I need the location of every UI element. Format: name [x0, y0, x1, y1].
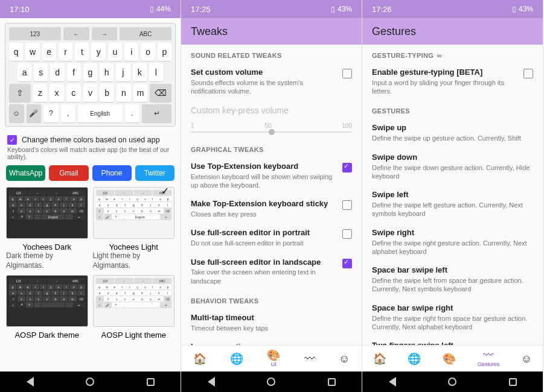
theme-aosp-dark[interactable]: 123←→ABC qwertyuiop asdfghjkl ⇧zxcvbnm⌫ …: [6, 275, 88, 340]
infinity-icon: ∞: [437, 52, 442, 59]
tab-gestures[interactable]: 〰Gestures: [478, 350, 500, 367]
key-comma[interactable]: ,: [61, 104, 76, 122]
nav-back-icon[interactable]: [387, 376, 398, 387]
setting-two-finger-swipe-left[interactable]: Two fingers swipe left Define the two-fi…: [362, 336, 543, 345]
key-x[interactable]: x: [50, 84, 64, 102]
nav-home-icon[interactable]: [266, 376, 277, 387]
key-h[interactable]: h: [100, 63, 114, 81]
key-y[interactable]: y: [91, 43, 105, 61]
key-shift[interactable]: ⇧: [9, 84, 31, 102]
battery-icon: ▯: [150, 5, 154, 13]
setting-top-extension-sticky[interactable]: Make Top-Extension keyboard sticky Close…: [181, 194, 362, 223]
nav-back-icon[interactable]: [206, 376, 217, 387]
key-t[interactable]: t: [75, 43, 89, 61]
key-abc[interactable]: ABC: [120, 27, 171, 40]
checkbox[interactable]: [523, 69, 533, 78]
key-i[interactable]: i: [124, 43, 138, 61]
key-k[interactable]: k: [133, 63, 147, 81]
key-l[interactable]: l: [149, 63, 163, 81]
content-area[interactable]: GESTURE-TYPING ∞ Enable gesture-typing […: [362, 45, 543, 345]
tab-home[interactable]: 🏠: [193, 353, 206, 364]
key-u[interactable]: u: [108, 43, 122, 61]
chip-phone[interactable]: Phone: [92, 165, 132, 181]
tab-ui[interactable]: 🎨UI: [267, 350, 280, 367]
checkbox[interactable]: [342, 69, 352, 78]
key-o[interactable]: o: [141, 43, 155, 61]
key-qmark[interactable]: ?: [43, 104, 59, 122]
checkbox[interactable]: [342, 163, 352, 172]
key-arrow-left[interactable]: ←: [63, 27, 89, 40]
setting-spacebar-swipe-left[interactable]: Space bar swipe left Define the swipe le…: [362, 261, 543, 298]
key-backspace[interactable]: ⌫: [150, 84, 171, 102]
key-j[interactable]: j: [116, 63, 130, 81]
nav-recent-icon[interactable]: [326, 376, 337, 387]
setting-title: Enable gesture-typing [BETA]: [372, 68, 517, 78]
setting-longpress-time[interactable]: Long-press time Key press time to be con…: [181, 337, 362, 345]
key-r[interactable]: r: [59, 43, 72, 61]
setting-swipe-right[interactable]: Swipe right Define the swipe right gestu…: [362, 223, 543, 261]
tab-quick[interactable]: ☺: [521, 353, 532, 364]
key-e[interactable]: e: [42, 43, 56, 61]
checkbox[interactable]: [342, 200, 352, 210]
key-v[interactable]: v: [83, 84, 98, 102]
key-p[interactable]: p: [158, 43, 171, 61]
tab-gestures[interactable]: 〰: [304, 353, 315, 364]
key-q[interactable]: q: [9, 43, 23, 61]
nav-recent-icon[interactable]: [145, 376, 156, 387]
tab-language[interactable]: 🌐: [408, 353, 421, 364]
content-area[interactable]: SOUND RELATED TWEAKS Set custom volume S…: [181, 45, 362, 345]
key-emoji[interactable]: ☺: [9, 104, 24, 122]
tab-ui[interactable]: 🎨: [443, 353, 456, 364]
tab-home[interactable]: 🏠: [373, 353, 386, 364]
key-123[interactable]: 123: [9, 27, 61, 40]
setting-top-extension[interactable]: Use Top-Extension keyboard Extension key…: [181, 157, 362, 194]
match-active-app-row[interactable]: ✓ Change theme colors based on used app: [0, 131, 181, 146]
key-g[interactable]: g: [83, 63, 97, 81]
setting-custom-volume[interactable]: Set custom volume Sounds effects volume …: [181, 63, 362, 100]
setting-swipe-up[interactable]: Swipe up Define the swipe up gesture act…: [362, 118, 543, 147]
tab-quick[interactable]: ☺: [339, 353, 350, 364]
key-a[interactable]: a: [18, 63, 31, 81]
setting-fullscreen-landscape[interactable]: Use full-screen editor in landscape Take…: [181, 253, 362, 290]
match-active-app-checkbox[interactable]: ✓: [7, 135, 17, 145]
nav-back-icon[interactable]: [25, 376, 36, 387]
key-b[interactable]: b: [100, 84, 114, 102]
checkbox[interactable]: [342, 259, 352, 268]
key-period[interactable]: .: [125, 104, 140, 122]
setting-fullscreen-portrait[interactable]: Use full-screen editor in portrait Do no…: [181, 223, 362, 252]
key-d[interactable]: d: [50, 63, 64, 81]
nav-recent-icon[interactable]: [507, 376, 518, 387]
key-n[interactable]: n: [117, 84, 131, 102]
tabbar: 🏠 🌐 🎨 〰Gestures ☺: [362, 345, 543, 371]
theme-yochees-light[interactable]: ✓ 123←→ABC qwertyuiop asdfghjkl ⇧zxcvbnm…: [93, 187, 175, 270]
chip-whatsapp[interactable]: WhatsApp: [6, 165, 45, 181]
tab-language[interactable]: 🌐: [230, 353, 243, 364]
key-z[interactable]: z: [33, 84, 48, 102]
setting-swipe-down[interactable]: Swipe down Define the swipe down gesture…: [362, 148, 543, 185]
key-s[interactable]: s: [34, 63, 48, 81]
setting-swipe-left[interactable]: Swipe left Define the swipe left gesture…: [362, 185, 543, 223]
key-m[interactable]: m: [133, 84, 148, 102]
key-space[interactable]: English: [78, 104, 123, 122]
key-arrow-right[interactable]: →: [92, 27, 118, 40]
setting-enable-gesture-typing[interactable]: Enable gesture-typing [BETA] Input a wor…: [362, 63, 543, 100]
smiley-icon: ☺: [521, 353, 532, 364]
chip-gmail[interactable]: Gmail: [49, 165, 88, 181]
checkbox[interactable]: [342, 229, 352, 239]
chip-twitter[interactable]: Twitter: [135, 165, 174, 181]
key-mic[interactable]: 🎤: [27, 104, 42, 122]
theme-yochees-dark[interactable]: 123←→ABC qwertyuiop asdfghjkl ⇧zxcvbnm⌫ …: [6, 187, 88, 270]
setting-spacebar-swipe-right[interactable]: Space bar swipe right Define the swipe r…: [362, 299, 543, 336]
key-c[interactable]: c: [66, 84, 81, 102]
nav-home-icon[interactable]: [85, 376, 95, 387]
setting-title: Swipe up: [372, 123, 533, 133]
key-w[interactable]: w: [25, 43, 39, 61]
key-f[interactable]: f: [67, 63, 81, 81]
setting-multitap-timeout[interactable]: Multi-tap timeout Timeout between key ta…: [181, 308, 362, 337]
key-enter[interactable]: ↵: [142, 104, 171, 122]
statusbar: 17:10 ▯ 44%: [0, 0, 181, 18]
setting-title: Make Top-Extension keyboard sticky: [191, 199, 336, 209]
setting-title: Two fingers swipe left: [372, 341, 533, 345]
nav-home-icon[interactable]: [447, 376, 458, 387]
theme-aosp-light[interactable]: 123←→ABC qwertyuiop asdfghjkl ⇧zxcvbnm⌫ …: [93, 275, 175, 340]
